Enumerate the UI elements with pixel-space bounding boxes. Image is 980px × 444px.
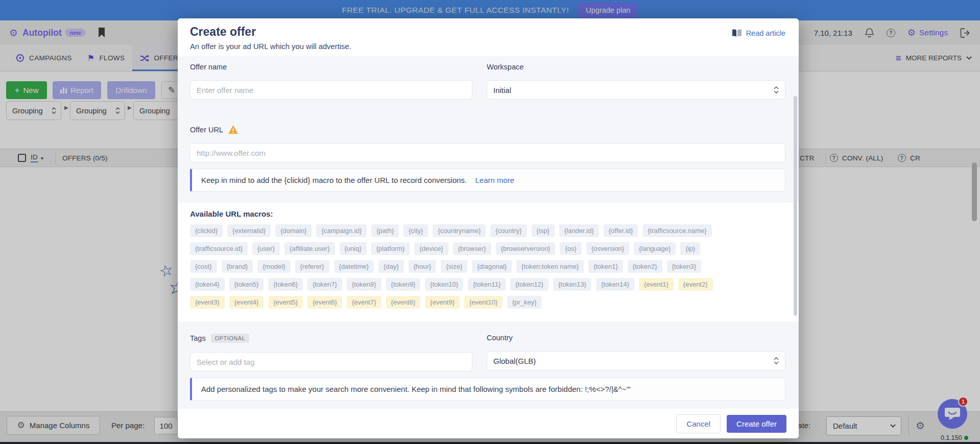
macro-chip[interactable]: {token2} [628, 260, 662, 273]
learn-more-link[interactable]: Learn more [475, 176, 514, 184]
macro-chip[interactable]: {device} [414, 242, 448, 255]
macro-chip[interactable]: {token8} [347, 278, 381, 291]
updown-icon [774, 357, 779, 364]
macro-chip[interactable]: {language} [634, 242, 676, 255]
macro-chip[interactable]: {affiliate.user} [284, 242, 335, 255]
create-offer-modal: Create offer An offer is your ad URL whi… [178, 18, 799, 438]
macro-chip[interactable]: {token6} [268, 278, 303, 291]
macro-chip[interactable]: {osversion} [586, 242, 629, 255]
macro-chip[interactable]: {pr_key} [507, 296, 542, 309]
updown-icon [774, 86, 779, 94]
macro-chip[interactable]: {model} [257, 260, 290, 273]
macro-chip[interactable]: {event6} [307, 296, 342, 309]
macro-chip-list: {clickid}{externalid}{domain}{campaign.i… [190, 224, 786, 309]
macro-chip[interactable]: {token13} [553, 278, 591, 291]
macro-chip[interactable]: {diagonal} [472, 260, 512, 273]
macro-chip[interactable]: {offer.id} [604, 224, 638, 237]
workspace-select[interactable]: Initial [487, 80, 785, 100]
macro-chip[interactable]: {browserversion} [496, 242, 556, 255]
create-offer-button[interactable]: Create offer [727, 415, 786, 433]
macro-chip[interactable]: {platform} [371, 242, 410, 255]
offer-url-label: Offer URL [190, 125, 785, 134]
macro-chip[interactable]: {clickid} [190, 224, 223, 237]
macro-chip[interactable]: {token7} [307, 278, 342, 291]
modal-title: Create offer [190, 25, 786, 39]
macro-chip[interactable]: {os} [560, 242, 581, 255]
macro-chip[interactable]: {token4} [190, 278, 225, 291]
macro-chip[interactable]: {browser} [453, 242, 491, 255]
macro-chip[interactable]: {path} [371, 224, 399, 237]
cancel-button[interactable]: Cancel [676, 414, 721, 433]
macro-chip[interactable]: {brand} [222, 260, 253, 273]
macro-chip[interactable]: {event10} [464, 296, 503, 309]
macro-chip[interactable]: {token9} [386, 278, 421, 291]
macro-chip[interactable]: {cost} [190, 260, 217, 273]
macro-chip[interactable]: {hour} [409, 260, 437, 273]
macro-chip[interactable]: {trafficsource.id} [190, 242, 248, 255]
macro-chip[interactable]: {country} [490, 224, 527, 237]
macro-chip[interactable]: {ip} [680, 242, 700, 255]
macro-chip[interactable]: {externalid} [227, 224, 271, 237]
macro-chip[interactable]: {campaign.id} [316, 224, 367, 237]
tags-label: Tags OPTIONAL [190, 334, 472, 343]
offer-url-input[interactable] [190, 143, 785, 162]
macro-chip[interactable]: {event5} [268, 296, 303, 309]
macro-chip[interactable]: {countryname} [433, 224, 486, 237]
macro-chip[interactable]: {event1} [639, 278, 674, 291]
macro-chip[interactable]: {event7} [347, 296, 381, 309]
macro-chip[interactable]: {uniq} [340, 242, 367, 255]
macro-chip[interactable]: {size} [441, 260, 467, 273]
macros-label: Available URL macros: [190, 209, 786, 218]
macro-chip[interactable]: {user} [252, 242, 280, 255]
country-label: Country [487, 334, 785, 342]
macro-chip[interactable]: {token3} [667, 260, 702, 273]
macro-chip[interactable]: {datetime} [334, 260, 374, 273]
modal-scrollbar-thumb[interactable] [794, 96, 797, 316]
macro-chip[interactable]: {event4} [229, 296, 264, 309]
macro-chip[interactable]: {event3} [190, 296, 225, 309]
clickid-note: Keep in mind to add the {clickid} macro … [190, 169, 785, 192]
macros-section: Available URL macros: {clickid}{external… [178, 203, 799, 321]
macro-chip[interactable]: {domain} [275, 224, 312, 237]
tags-input[interactable] [190, 352, 472, 371]
macro-chip[interactable]: {token12} [510, 278, 548, 291]
macro-chip[interactable]: {token:token name} [516, 260, 584, 273]
warning-icon [228, 125, 238, 134]
tags-note: Add personalized tags to make your searc… [190, 378, 785, 401]
optional-badge: OPTIONAL [211, 334, 250, 343]
macro-chip[interactable]: {token11} [468, 278, 506, 291]
macro-chip[interactable]: {city} [403, 224, 428, 237]
modal-body: Offer name Workspace Initial Offer URL K… [178, 56, 799, 409]
macro-chip[interactable]: {token5} [229, 278, 264, 291]
modal-footer: Cancel Create offer [178, 409, 799, 438]
read-article-link[interactable]: Read article [732, 29, 785, 37]
macro-chip[interactable]: {token1} [588, 260, 623, 273]
macro-chip[interactable]: {trafficsource.name} [642, 224, 711, 237]
macro-chip[interactable]: {lander.id} [559, 224, 599, 237]
macro-chip[interactable]: {event9} [425, 296, 460, 309]
macro-chip[interactable]: {token14} [596, 278, 634, 291]
workspace-label: Workspace [487, 63, 785, 71]
macro-chip[interactable]: {event8} [386, 296, 421, 309]
macro-chip[interactable]: {token10} [425, 278, 463, 291]
book-icon [732, 29, 742, 37]
macro-chip[interactable]: {day} [378, 260, 404, 273]
modal-header: Create offer An offer is your ad URL whi… [178, 18, 799, 56]
country-select[interactable]: Global(GLB) [487, 351, 785, 370]
macro-chip[interactable]: {referer} [295, 260, 329, 273]
macro-chip[interactable]: {isp} [532, 224, 555, 237]
offer-name-input[interactable] [190, 80, 472, 100]
offer-name-label: Offer name [190, 63, 472, 71]
macro-chip[interactable]: {event2} [678, 278, 713, 291]
modal-subtitle: An offer is your ad URL which you will a… [190, 42, 786, 51]
